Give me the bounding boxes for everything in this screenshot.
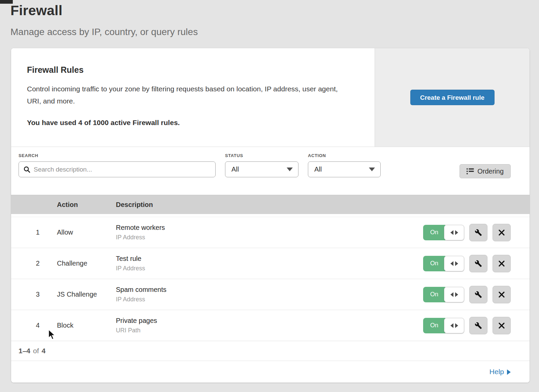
arrow-right-icon (507, 369, 511, 375)
firewall-rules-card: Firewall Rules Control incoming traffic … (11, 48, 530, 383)
rule-action: Allow (57, 229, 116, 236)
rule-priority: 2 (19, 260, 57, 267)
arrow-left-icon (450, 261, 453, 266)
table-row: 1 Allow Remote workers IP Address On (11, 217, 530, 248)
search-box[interactable] (19, 161, 216, 177)
rule-enabled-toggle[interactable]: On (423, 256, 464, 271)
ordered-list-icon (467, 168, 474, 175)
rule-priority: 4 (19, 322, 57, 329)
pagination-range: 1–4 (19, 347, 30, 355)
arrow-left-icon (450, 323, 453, 328)
table-body: 1 Allow Remote workers IP Address On (11, 214, 530, 341)
toggle-knob[interactable] (444, 318, 464, 333)
pagination: 1–4 of 4 (11, 341, 530, 361)
action-label: ACTION (308, 153, 381, 158)
toggle-knob[interactable] (444, 256, 464, 271)
close-icon (498, 291, 505, 298)
rule-controls: On (423, 317, 511, 334)
card-footer: Help (11, 361, 530, 383)
search-label: SEARCH (19, 153, 216, 158)
delete-rule-button[interactable] (493, 317, 511, 334)
close-icon (498, 322, 505, 329)
rule-match-type: IP Address (116, 296, 423, 303)
rule-match-type: IP Address (116, 265, 423, 272)
column-action: Action (57, 201, 116, 209)
rule-description: Remote workers (116, 224, 423, 232)
rule-match-type: IP Address (116, 234, 423, 241)
arrow-left-icon (450, 230, 453, 235)
edit-rule-button[interactable] (469, 255, 487, 272)
rule-description: Spam comments (116, 286, 423, 294)
close-icon (498, 229, 505, 236)
rules-usage-text: You have used 4 of 1000 active Firewall … (27, 119, 354, 127)
rule-controls: On (423, 224, 511, 241)
rule-description-cell: Test rule IP Address (116, 255, 423, 272)
search-filter-group: SEARCH (19, 153, 216, 177)
search-input[interactable] (34, 166, 211, 173)
rule-description-cell: Spam comments IP Address (116, 286, 423, 303)
rule-match-type: URI Path (116, 327, 423, 334)
status-select-value: All (231, 165, 239, 173)
card-header-section: Firewall Rules Control incoming traffic … (11, 48, 530, 147)
table-row: 4 Block Private pages URI Path On (11, 310, 530, 341)
wrench-icon (475, 229, 482, 236)
ordering-button-label: Ordering (477, 168, 504, 175)
edit-rule-button[interactable] (469, 317, 487, 334)
card-header-text: Firewall Rules Control incoming traffic … (11, 48, 375, 147)
page-title: Firewall (10, 3, 198, 19)
rule-enabled-toggle[interactable]: On (423, 225, 464, 240)
delete-rule-button[interactable] (493, 286, 511, 303)
search-icon (24, 166, 30, 173)
status-select[interactable]: All (225, 161, 298, 177)
rule-priority: 1 (19, 229, 57, 236)
arrow-right-icon (455, 292, 458, 297)
help-link-label: Help (489, 368, 504, 376)
action-filter-group: ACTION All (303, 153, 381, 177)
arrow-right-icon (455, 230, 458, 235)
toggle-knob[interactable] (444, 287, 464, 302)
card-description: Control incoming traffic to your zone by… (27, 83, 347, 107)
filters-bar: SEARCH STATUS All ACTION All (11, 147, 530, 195)
pagination-total: 4 (42, 347, 46, 355)
create-firewall-rule-button[interactable]: Create a Firewall rule (410, 90, 495, 105)
toggle-state-label: On (423, 287, 445, 302)
toggle-state-label: On (423, 318, 445, 333)
rule-enabled-toggle[interactable]: On (423, 318, 464, 333)
arrow-left-icon (450, 292, 453, 297)
wrench-icon (475, 291, 482, 298)
rule-action: JS Challenge (57, 291, 116, 298)
help-link[interactable]: Help (489, 368, 511, 376)
edit-rule-button[interactable] (469, 224, 487, 241)
toggle-knob[interactable] (444, 225, 464, 240)
edit-rule-button[interactable] (469, 286, 487, 303)
arrow-right-icon (455, 323, 458, 328)
toggle-state-label: On (423, 225, 445, 240)
toggle-state-label: On (423, 256, 445, 271)
wrench-icon (475, 322, 482, 329)
rule-action: Block (57, 322, 116, 329)
card-header-action-panel: Create a Firewall rule (375, 48, 530, 147)
table-header: Action Description (11, 195, 530, 214)
rule-controls: On (423, 286, 511, 303)
wrench-icon (475, 260, 482, 267)
rule-enabled-toggle[interactable]: On (423, 287, 464, 302)
action-select-value: All (314, 165, 322, 173)
arrow-right-icon (455, 261, 458, 266)
close-icon (498, 260, 505, 267)
rule-controls: On (423, 255, 511, 272)
rule-description-cell: Private pages URI Path (116, 317, 423, 334)
status-filter-group: STATUS All (220, 153, 298, 177)
delete-rule-button[interactable] (493, 224, 511, 241)
page-subtitle: Manage access by IP, country, or query r… (10, 27, 198, 37)
action-select[interactable]: All (308, 161, 381, 177)
ordering-button[interactable]: Ordering (459, 164, 511, 178)
rule-priority: 3 (19, 291, 57, 298)
rule-description: Private pages (116, 317, 423, 325)
rule-action: Challenge (57, 260, 116, 267)
chevron-down-icon (287, 168, 293, 171)
table-row: 2 Challenge Test rule IP Address On (11, 248, 530, 279)
delete-rule-button[interactable] (493, 255, 511, 272)
pagination-of-label: of (33, 347, 39, 355)
rule-description-cell: Remote workers IP Address (116, 224, 423, 241)
page-header: Firewall Manage access by IP, country, o… (10, 3, 198, 37)
